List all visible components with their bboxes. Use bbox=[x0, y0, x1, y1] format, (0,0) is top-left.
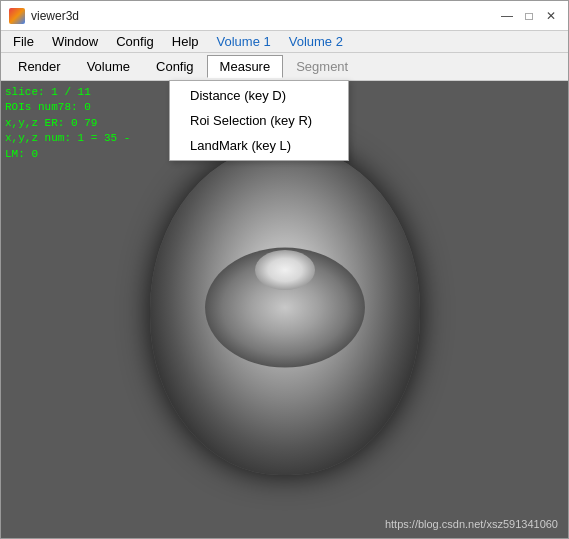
tab-measure[interactable]: Measure bbox=[207, 55, 284, 78]
tab-config-toolbar[interactable]: Config bbox=[143, 55, 207, 78]
url-watermark: https://blog.csdn.net/xsz591341060 bbox=[385, 518, 558, 530]
toolbar: Render Volume Config Measure Segment Dis… bbox=[1, 53, 568, 81]
tab-volume[interactable]: Volume bbox=[74, 55, 143, 78]
dropdown-item-roi[interactable]: Roi Selection (key R) bbox=[170, 108, 348, 133]
menu-window[interactable]: Window bbox=[44, 32, 106, 51]
dropdown-item-distance[interactable]: Distance (key D) bbox=[170, 83, 348, 108]
menu-file[interactable]: File bbox=[5, 32, 42, 51]
brain-image-container bbox=[125, 130, 445, 490]
menu-bar: File Window Config Help Volume 1 Volume … bbox=[1, 31, 568, 53]
menu-config[interactable]: Config bbox=[108, 32, 162, 51]
title-bar-controls: — □ ✕ bbox=[498, 7, 560, 25]
app-window: viewer3d — □ ✕ File Window Config Help V… bbox=[0, 0, 569, 539]
brain-ventricle bbox=[255, 250, 315, 290]
overlay-text: slice: 1 / 11 ROIs num78: 0 x,y,z ER: 0 … bbox=[5, 85, 130, 162]
window-title: viewer3d bbox=[31, 9, 79, 23]
menu-volume1[interactable]: Volume 1 bbox=[209, 32, 279, 51]
tab-segment[interactable]: Segment bbox=[283, 55, 361, 78]
close-button[interactable]: ✕ bbox=[542, 7, 560, 25]
overlay-line-4: x,y,z num: 1 = 35 - bbox=[5, 131, 130, 146]
overlay-line-1: slice: 1 / 11 bbox=[5, 85, 130, 100]
menu-help[interactable]: Help bbox=[164, 32, 207, 51]
dropdown-item-landmark[interactable]: LandMark (key L) bbox=[170, 133, 348, 158]
overlay-line-2: ROIs num78: 0 bbox=[5, 100, 130, 115]
minimize-button[interactable]: — bbox=[498, 7, 516, 25]
brain-image bbox=[150, 145, 420, 475]
title-bar-left: viewer3d bbox=[9, 8, 79, 24]
title-bar: viewer3d — □ ✕ bbox=[1, 1, 568, 31]
overlay-line-5: LM: 0 bbox=[5, 147, 130, 162]
overlay-line-3: x,y,z ER: 0 79 bbox=[5, 116, 130, 131]
menu-volume2[interactable]: Volume 2 bbox=[281, 32, 351, 51]
measure-dropdown: Distance (key D) Roi Selection (key R) L… bbox=[169, 80, 349, 161]
maximize-button[interactable]: □ bbox=[520, 7, 538, 25]
app-icon bbox=[9, 8, 25, 24]
tab-render[interactable]: Render bbox=[5, 55, 74, 78]
